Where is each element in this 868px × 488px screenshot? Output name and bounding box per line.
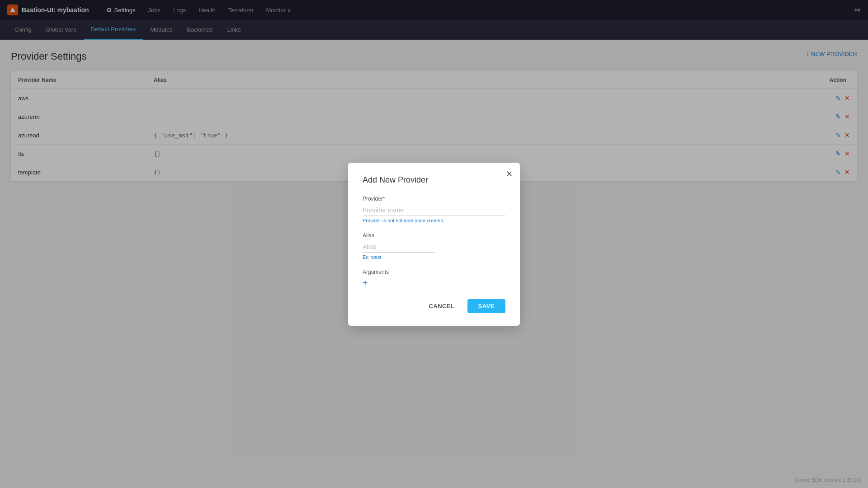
arguments-field-group: Arguments +: [363, 269, 505, 288]
alias-field-group: Alias Ex: west: [363, 232, 505, 260]
arguments-label: Arguments: [363, 269, 505, 275]
modal-actions: CANCEL SAVE: [363, 299, 505, 313]
cancel-button[interactable]: CANCEL: [421, 299, 462, 313]
modal-overlay: ✕ Add New Provider Provider* Provider is…: [0, 0, 868, 488]
provider-label: Provider*: [363, 196, 505, 202]
modal-title: Add New Provider: [363, 175, 505, 185]
provider-input[interactable]: [363, 205, 505, 216]
save-button[interactable]: SAVE: [467, 299, 505, 313]
add-argument-button[interactable]: +: [363, 278, 368, 288]
required-indicator: *: [383, 196, 385, 202]
modal-close-button[interactable]: ✕: [506, 170, 513, 178]
provider-field-group: Provider* Provider is not editable once …: [363, 196, 505, 223]
alias-input[interactable]: [363, 241, 435, 253]
alias-hint: Ex: west: [363, 254, 505, 260]
modal: ✕ Add New Provider Provider* Provider is…: [348, 163, 520, 326]
provider-hint: Provider is not editable once created: [363, 218, 505, 223]
alias-label: Alias: [363, 232, 505, 239]
